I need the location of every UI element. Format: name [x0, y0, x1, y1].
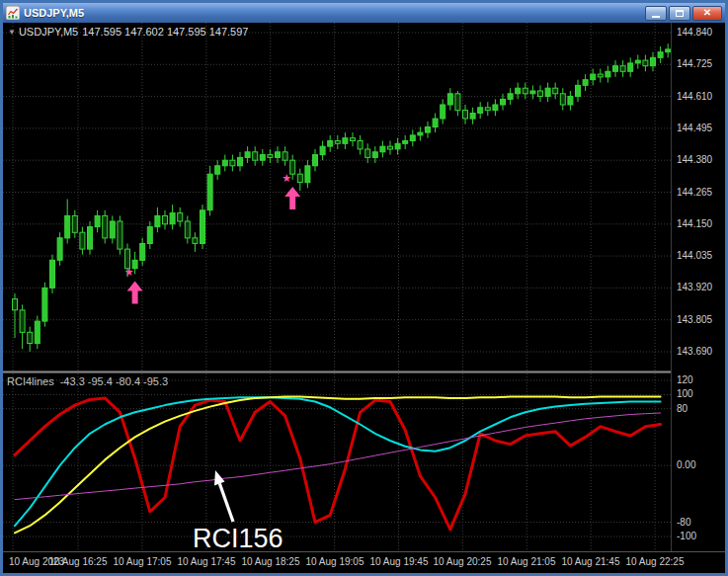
time-axis[interactable]: 10 Aug 202310 Aug 16:2510 Aug 17:0510 Au… — [3, 551, 725, 573]
minimize-icon — [652, 16, 660, 18]
buy-arrow-icon[interactable] — [127, 281, 143, 303]
chart-info-label: ▼USDJPY,M5147.595 147.602 147.595 147.59… — [8, 26, 252, 38]
annotation-arrow-line — [219, 483, 233, 522]
time-axis-label: 10 Aug 21:45 — [558, 556, 623, 567]
indicator-scale-label: 120 — [677, 374, 693, 385]
collapse-triangle-icon[interactable]: ▼ — [8, 28, 16, 37]
price-axis-label: 144.610 — [677, 91, 712, 102]
time-axis-label: 10 Aug 21:05 — [494, 556, 559, 567]
main-price-chart[interactable]: ★★ — [3, 23, 671, 370]
price-axis-label: 144.380 — [677, 154, 712, 165]
minimize-button[interactable] — [645, 6, 667, 21]
time-axis-label: 10 Aug 17:45 — [174, 556, 239, 567]
indicator-line-RCI156-magenta[interactable] — [15, 413, 661, 500]
time-axis-label: 10 Aug 18:25 — [238, 556, 303, 567]
indicator-values: -43.3 -95.4 -80.4 -95.3 — [60, 375, 168, 387]
price-axis-label: 144.150 — [677, 218, 712, 229]
chart-icon[interactable] — [6, 6, 20, 20]
buy-arrow-icon[interactable] — [284, 187, 300, 209]
indicator-pane[interactable]: RCI156 — [3, 373, 671, 551]
time-axis-label: 10 Aug 16:25 — [45, 556, 111, 567]
annotation-text: RCI156 — [193, 524, 283, 551]
time-axis-label: 10 Aug 19:05 — [302, 556, 367, 567]
indicator-line-rci-long-yellow[interactable] — [15, 397, 661, 534]
time-axis-label: 10 Aug 22:25 — [622, 556, 688, 567]
indicator-scale-label: -80 — [677, 517, 690, 528]
chart-icon-image — [6, 6, 20, 20]
time-axis-label: 10 Aug 20:25 — [430, 556, 495, 567]
indicator-line-rci-mid-cyan[interactable] — [15, 397, 661, 526]
price-axis-label: 144.495 — [677, 123, 712, 133]
price-axis-label: 143.690 — [677, 346, 712, 357]
indicator-scale-label: 100 — [677, 388, 693, 399]
window-title: USDJPY,M5 — [24, 7, 84, 19]
maximize-icon — [676, 10, 684, 17]
maximize-button[interactable] — [669, 6, 690, 21]
annotation-arrowhead-icon — [214, 470, 225, 486]
price-axis-label: 144.725 — [677, 58, 712, 69]
indicator-scale-label: 0.00 — [677, 459, 695, 470]
chart-symbol-label: USDJPY,M5 — [19, 26, 78, 38]
star-icon: ★ — [124, 266, 134, 278]
close-icon: ✕ — [703, 8, 711, 18]
star-icon: ★ — [282, 172, 291, 184]
chart-content: ★★ ▼USDJPY,M5147.595 147.602 147.595 147… — [3, 23, 725, 573]
price-axis-label: 143.920 — [677, 282, 712, 292]
price-axis-label: 144.840 — [677, 27, 712, 38]
price-axis[interactable]: 144.840144.725144.610144.495144.380144.2… — [671, 23, 725, 551]
indicator-label: RCI4lines-43.3 -95.4 -80.4 -95.3 — [7, 375, 174, 387]
indicator-scale-label: -100 — [677, 531, 696, 541]
close-button[interactable]: ✕ — [692, 6, 722, 21]
main-grid — [3, 23, 671, 370]
candles[interactable] — [13, 43, 671, 352]
indicator-scale-label: 80 — [677, 403, 688, 414]
indicator-name: RCI4lines — [7, 375, 54, 387]
indicator-line-rci-short-red[interactable] — [15, 398, 661, 530]
time-axis-label: 10 Aug 17:05 — [110, 556, 175, 567]
chart-window: USDJPY,M5 ✕ ★★ ▼USDJPY,M5147.595 147.602… — [0, 0, 728, 576]
chart-ohlc-label: 147.595 147.602 147.595 147.597 — [82, 26, 248, 38]
title-bar[interactable]: USDJPY,M5 ✕ — [3, 3, 725, 23]
price-axis-label: 144.265 — [677, 187, 712, 198]
time-axis-label: 10 Aug 19:45 — [366, 556, 432, 567]
price-axis-label: 144.035 — [677, 250, 712, 261]
price-axis-label: 143.805 — [677, 314, 712, 325]
window-controls: ✕ — [645, 6, 722, 21]
